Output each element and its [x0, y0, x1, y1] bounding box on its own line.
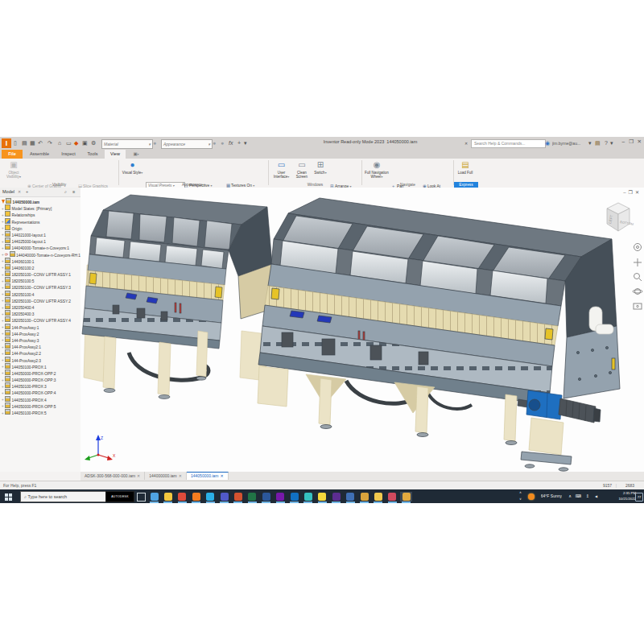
tree-item[interactable]: +Model States: [Primary]: [0, 204, 80, 211]
tab-close-icon[interactable]: ✕: [137, 473, 140, 478]
chrome-taskbar-icon[interactable]: [176, 492, 188, 502]
tree-item[interactable]: +182050100--CONV LIFTR ASSY:2: [0, 297, 80, 303]
help-icon[interactable]: ?: [605, 139, 608, 147]
assembly-viewport[interactable]: Z X: [80, 188, 644, 472]
sticky-note-2-taskbar-icon[interactable]: [372, 492, 384, 502]
tree-item[interactable]: +Origin: [0, 225, 80, 231]
tree-item[interactable]: +144060100:2: [0, 264, 80, 270]
open-icon[interactable]: ▤: [22, 139, 27, 147]
document-tab[interactable]: 144000000.iam✕: [145, 472, 187, 480]
teams-taskbar-icon[interactable]: [218, 492, 230, 502]
signed-in-user[interactable]: jim.byrne@au...: [552, 139, 588, 147]
tree-item[interactable]: +144021000-layout:1: [0, 231, 80, 237]
tree-item[interactable]: +144-ProxAssy:1: [0, 324, 80, 330]
tree-item[interactable]: +144-ProxAssy2:1: [0, 343, 80, 349]
tree-item[interactable]: +144060100:1: [0, 258, 80, 264]
tree-item[interactable]: +144050000-PROX-OPP:5: [0, 402, 80, 409]
undo-icon[interactable]: ↶: [38, 139, 43, 147]
tab-close-icon[interactable]: ✕: [179, 473, 182, 478]
tree-item[interactable]: +144-ProxAssy:2: [0, 330, 80, 336]
tree-item[interactable]: +144-ProxAssy2:3: [0, 357, 80, 363]
tree-item[interactable]: +144025000-layout:1: [0, 237, 80, 244]
taskbar-scroll-arrows[interactable]: ∧∨: [519, 489, 522, 503]
weather-text[interactable]: 64°F Sunny: [541, 489, 562, 503]
group-label-appearance[interactable]: Appearance ▾: [119, 182, 268, 188]
notification-badge[interactable]: 77: [635, 493, 643, 502]
doc-close-icon[interactable]: ✕: [635, 190, 642, 195]
tree-item[interactable]: +144040000-Tomate-n-Coveyors:1: [0, 244, 80, 250]
browser-tab-model[interactable]: Model: [2, 188, 14, 196]
inventor-taskbar-icon[interactable]: [358, 492, 370, 502]
navwheel-icon[interactable]: [634, 244, 642, 251]
gear-icon[interactable]: ⚙: [91, 139, 96, 147]
browser-menu-icon[interactable]: ≡: [72, 188, 75, 196]
inventor-logo-icon[interactable]: I: [2, 138, 11, 148]
tree-item[interactable]: +144050100-PROX:1: [0, 363, 80, 369]
browser-search-icon[interactable]: ⌕: [64, 188, 67, 196]
zoom-icon[interactable]: [634, 274, 642, 282]
tree-item[interactable]: +⟳144040000-Tomate-n-Coveyors-RH:1: [0, 251, 80, 258]
doc-restore-icon[interactable]: ❐: [629, 190, 635, 195]
pan-icon[interactable]: [634, 258, 642, 266]
tray-speaker-icon[interactable]: ◀: [595, 489, 597, 503]
taskbar-clock[interactable]: 2:35 PM10/21/2022: [609, 491, 636, 502]
taskbar-search-input[interactable]: ⌕ Type here to search: [20, 491, 107, 502]
tree-item[interactable]: +182050100:5: [0, 277, 80, 283]
excel-taskbar-icon[interactable]: [246, 492, 258, 502]
material-combo[interactable]: Material▾: [101, 139, 153, 149]
orbit-icon[interactable]: [633, 289, 642, 295]
people-taskbar-icon[interactable]: [148, 492, 160, 502]
fx-icon[interactable]: fx: [229, 139, 233, 147]
edge-taskbar-icon[interactable]: [302, 492, 314, 502]
tree-item[interactable]: +182050100:4: [0, 291, 80, 297]
task-view-button[interactable]: [137, 493, 146, 502]
tree-item[interactable]: +182050100--CONV LIFTR ASSY:4: [0, 316, 80, 323]
tray-keyboard-icon[interactable]: ⌨: [576, 489, 581, 503]
paint-3d-taskbar-icon[interactable]: [386, 492, 398, 502]
outlook-taskbar-icon[interactable]: [288, 492, 300, 502]
snagit-taskbar-icon[interactable]: [204, 492, 217, 502]
new-doc-icon[interactable]: ▯: [14, 139, 17, 147]
full-navigation-wheel-button[interactable]: ◉ Full Navigation Wheel▾: [364, 159, 390, 182]
sphere-3-icon[interactable]: ●: [221, 139, 224, 147]
tree-item[interactable]: +Relationships: [0, 211, 80, 217]
viewcube[interactable]: LEFT BOTTOM: [602, 199, 634, 234]
help-caret-icon[interactable]: ▾: [610, 139, 613, 147]
sphere-2-icon[interactable]: ●: [213, 139, 216, 147]
tab-view[interactable]: View: [105, 150, 126, 159]
object-visibility-button[interactable]: ▣ Object Visibility▾: [2, 159, 25, 182]
minimize-button[interactable]: –: [621, 138, 625, 144]
tree-item[interactable]: +Representations: [0, 218, 80, 225]
tab-file[interactable]: File: [2, 150, 23, 159]
tree-item[interactable]: +182050100--CONV LIFTR ASSY:1: [0, 270, 80, 277]
appearance-combo[interactable]: Appearance▾: [161, 139, 213, 149]
redo-icon[interactable]: ↷: [47, 139, 52, 147]
user-interface-button[interactable]: ▭ User Interface▾: [271, 159, 291, 182]
word-taskbar-icon[interactable]: [260, 492, 272, 502]
close-button[interactable]: ✕: [638, 138, 642, 145]
qat-caret-icon[interactable]: ▾: [244, 139, 247, 147]
tree-item[interactable]: +182050100--CONV LIFTR ASSY:3: [0, 283, 80, 290]
onenote-taskbar-icon[interactable]: [275, 492, 287, 502]
document-tab[interactable]: 144050000.iam✕: [187, 472, 229, 480]
package-icon[interactable]: ▣: [82, 139, 88, 147]
browser-tab-close-icon[interactable]: ✕: [18, 188, 21, 196]
tree-item[interactable]: +144-ProxAssy2:2: [0, 349, 80, 356]
appearance-flame-icon[interactable]: ◆: [74, 139, 78, 147]
document-tab[interactable]: ADSK-300-568-000-000.iam✕: [80, 472, 145, 480]
tree-item[interactable]: +144050000-PROX-OPP:3: [0, 376, 80, 382]
start-button[interactable]: [5, 493, 12, 501]
clean-screen-button[interactable]: ▭Clean Screen: [293, 159, 311, 182]
calculator-taskbar-icon[interactable]: [345, 492, 357, 502]
load-full-button[interactable]: ▤Load Full: [456, 159, 475, 182]
autodesk-taskbar-button[interactable]: AUTODESK: [105, 491, 134, 502]
browser-add-tab-icon[interactable]: +: [26, 188, 28, 196]
tray-usb-icon[interactable]: ↥: [586, 489, 589, 503]
tray-expand-icon[interactable]: ∧: [568, 489, 572, 503]
firefox-taskbar-icon[interactable]: [190, 492, 202, 502]
ribbon-options-icon[interactable]: ▣▾: [129, 150, 143, 159]
tab-tools[interactable]: Tools: [82, 150, 103, 159]
restore-button[interactable]: ❐: [629, 138, 634, 145]
tree-item[interactable]: +144050000-PROX-OPP:2: [0, 369, 80, 376]
app-purple-taskbar-icon[interactable]: [330, 492, 342, 502]
